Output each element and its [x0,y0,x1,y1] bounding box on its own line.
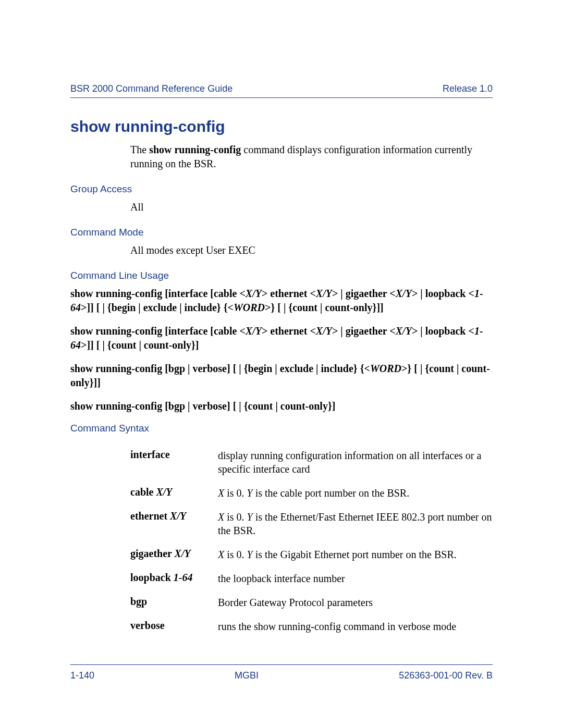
syntax-desc: X is 0. Y is the Ethernet/Fast Ethernet … [218,510,493,537]
footer-right: 526363-001-00 Rev. B [399,670,493,681]
syntax-term: verbose [130,620,218,632]
syntax-desc: display running configuration informatio… [218,449,493,476]
page-title: show running-config [70,118,493,135]
syntax-desc: Border Gateway Protocol parameters [218,596,493,609]
syntax-table: interface display running configuration … [130,449,493,633]
group-access-value: All [130,200,493,214]
syntax-term: ethernet X/Y [130,510,218,522]
section-cli-usage: Command Line Usage [70,270,493,281]
syntax-row: verbose runs the show running-config com… [130,620,493,633]
intro-paragraph: The show running-config command displays… [130,143,493,171]
usage-4: show running-config [bgp | verbose] [ | … [70,399,493,413]
section-group-access: Group Access [70,183,493,195]
syntax-term: gigaether X/Y [130,548,218,560]
header-right: Release 1.0 [443,83,493,94]
section-command-mode: Command Mode [70,227,493,238]
usage-3: show running-config [bgp | verbose] [ | … [70,362,493,390]
syntax-desc: runs the show running-config command in … [218,620,493,633]
syntax-row: bgp Border Gateway Protocol parameters [130,596,493,609]
syntax-row: ethernet X/Y X is 0. Y is the Ethernet/F… [130,510,493,537]
syntax-term: bgp [130,596,218,608]
footer-left: 1-140 [70,670,94,681]
syntax-row: loopback 1-64 the loopback interface num… [130,572,493,585]
syntax-row: gigaether X/Y X is 0. Y is the Gigabit E… [130,548,493,561]
syntax-term: cable X/Y [130,486,218,498]
usage-2: show running-config [interface [cable <X… [70,324,493,352]
syntax-row: interface display running configuration … [130,449,493,476]
page-footer: 1-140 MGBI 526363-001-00 Rev. B [70,664,493,681]
intro-cmd: show running-config [149,144,241,155]
header-left: BSR 2000 Command Reference Guide [70,83,232,94]
section-command-syntax: Command Syntax [70,423,493,434]
syntax-term: interface [130,449,218,461]
footer-center: MGBI [235,670,259,681]
page-header: BSR 2000 Command Reference Guide Release… [70,83,493,98]
usage-1: show running-config [interface [cable <X… [70,287,493,315]
intro-pre: The [130,144,149,155]
syntax-term: loopback 1-64 [130,572,218,584]
syntax-desc: X is 0. Y is the Gigabit Ethernet port n… [218,548,493,561]
syntax-desc: the loopback interface number [218,572,493,585]
syntax-desc: X is 0. Y is the cable port number on th… [218,486,493,500]
syntax-row: cable X/Y X is 0. Y is the cable port nu… [130,486,493,500]
command-mode-value: All modes except User EXEC [130,243,493,257]
page: BSR 2000 Command Reference Guide Release… [0,0,563,728]
